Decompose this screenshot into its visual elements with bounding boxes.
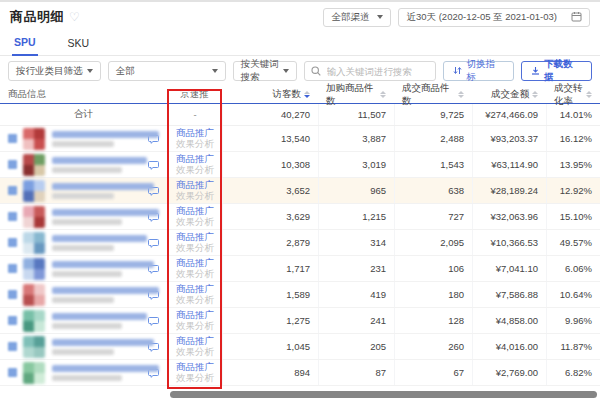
product-subtitle-blurred: [52, 245, 114, 251]
promo-link[interactable]: 商品推广: [176, 180, 214, 190]
date-range-value: 近30天 (2020-12-05 至 2021-01-03): [406, 11, 557, 24]
table-row: 商品推广 效果分析 1,589 419 180 ¥7,586.88 10.64%: [0, 282, 600, 308]
row-checkbox[interactable]: [8, 342, 17, 351]
promo-link[interactable]: 商品推广: [176, 284, 214, 294]
tab-spu[interactable]: SPU: [12, 32, 38, 56]
rate-cell: 12.92%: [546, 178, 600, 203]
product-subtitle-blurred: [52, 375, 122, 381]
analysis-link[interactable]: 效果分析: [176, 217, 214, 227]
analysis-link[interactable]: 效果分析: [176, 139, 214, 149]
add-cart-cell: 965: [318, 178, 394, 203]
promo-link[interactable]: 商品推广: [176, 258, 214, 268]
deal-items-cell: 2,488: [394, 126, 472, 151]
visitors-cell: 3,629: [222, 204, 318, 229]
chevron-down-icon: [377, 15, 383, 19]
product-info-cell: [0, 126, 167, 151]
product-thumbnail: [23, 336, 45, 358]
rate-cell: 16.12%: [546, 126, 600, 151]
promo-link[interactable]: 商品推广: [176, 128, 214, 138]
analysis-link[interactable]: 效果分析: [176, 165, 214, 175]
column-header-visitors[interactable]: 访客数: [222, 88, 318, 101]
row-checkbox[interactable]: [8, 160, 17, 169]
row-checkbox[interactable]: [8, 134, 17, 143]
amount-cell: ¥10,366.53: [472, 230, 546, 255]
product-title-blurred: [52, 365, 159, 372]
deal-items-cell: 180: [394, 282, 472, 307]
add-cart-cell: 241: [318, 308, 394, 333]
promo-link[interactable]: 商品推广: [176, 336, 214, 346]
visitors-cell: 1,717: [222, 256, 318, 281]
analysis-link[interactable]: 效果分析: [176, 243, 214, 253]
summary-jst: -: [167, 104, 222, 125]
row-checkbox[interactable]: [8, 290, 17, 299]
column-header-jst: 京速推: [167, 88, 222, 101]
all-filter-select[interactable]: 全部: [108, 61, 226, 81]
amount-cell: ¥32,063.96: [472, 204, 546, 229]
rate-cell: 6.06%: [546, 256, 600, 281]
summary-label: 合计: [0, 104, 167, 125]
keyword-search-box: [304, 61, 437, 81]
row-checkbox[interactable]: [8, 186, 17, 195]
product-title-blurred: [52, 287, 159, 294]
rate-cell: 15.10%: [546, 204, 600, 229]
jst-cell: 商品推广 效果分析: [167, 230, 222, 255]
product-text-blurred: [52, 313, 144, 329]
analysis-link[interactable]: 效果分析: [176, 347, 214, 357]
horizontal-scrollbar[interactable]: [170, 391, 597, 398]
deal-items-cell: 727: [394, 204, 472, 229]
rate-cell: 9.96%: [546, 308, 600, 333]
table-row: 商品推广 效果分析 3,629 1,215 727 ¥32,063.96 15.…: [0, 204, 600, 230]
keyword-type-select[interactable]: 按关键词搜索: [233, 61, 297, 81]
analysis-link[interactable]: 效果分析: [176, 269, 214, 279]
add-cart-cell: 3,019: [318, 152, 394, 177]
search-input[interactable]: [325, 65, 430, 78]
visitors-cell: 894: [222, 360, 318, 385]
analysis-link[interactable]: 效果分析: [176, 191, 214, 201]
row-checkbox[interactable]: [8, 212, 17, 221]
favorite-heart-icon[interactable]: ♡: [69, 11, 80, 23]
channel-select[interactable]: 全部渠道: [323, 8, 391, 27]
product-thumbnail: [23, 128, 45, 150]
download-data-button[interactable]: 下载数据: [521, 61, 592, 81]
summary-row: 合计 - 40,270 11,507 9,725 ¥274,466.09 14.…: [0, 104, 600, 126]
sort-icon: [380, 91, 386, 98]
visitors-cell: 1,275: [222, 308, 318, 333]
promo-link[interactable]: 商品推广: [176, 206, 214, 216]
promo-link[interactable]: 商品推广: [176, 232, 214, 242]
product-chat-icon[interactable]: [148, 316, 159, 326]
jst-cell: 商品推广 效果分析: [167, 334, 222, 359]
row-checkbox[interactable]: [8, 316, 17, 325]
date-range-picker[interactable]: 近30天 (2020-12-05 至 2021-01-03): [398, 8, 590, 27]
amount-cell: ¥93,203.37: [472, 126, 546, 151]
switch-metrics-button[interactable]: 切换指标: [443, 61, 514, 81]
product-text-blurred: [52, 339, 144, 355]
promo-link[interactable]: 商品推广: [176, 310, 214, 320]
promo-link[interactable]: 商品推广: [176, 362, 214, 372]
row-checkbox[interactable]: [8, 238, 17, 247]
product-title-blurred: [52, 235, 147, 242]
add-cart-cell: 314: [318, 230, 394, 255]
add-cart-cell: 419: [318, 282, 394, 307]
analysis-link[interactable]: 效果分析: [176, 295, 214, 305]
tab-sku[interactable]: SKU: [66, 33, 92, 55]
row-checkbox[interactable]: [8, 264, 17, 273]
category-filter-select[interactable]: 按行业类目筛选: [8, 61, 101, 81]
product-chat-icon[interactable]: [148, 238, 159, 248]
jst-cell: 商品推广 效果分析: [167, 360, 222, 385]
promo-link[interactable]: 商品推广: [176, 154, 214, 164]
product-title-blurred: [52, 209, 159, 216]
chevron-down-icon: [212, 69, 218, 73]
row-checkbox[interactable]: [8, 368, 17, 377]
add-cart-cell: 205: [318, 334, 394, 359]
amount-cell: ¥4,016.00: [472, 334, 546, 359]
summary-amount: ¥274,466.09: [472, 104, 546, 125]
product-chat-icon[interactable]: [148, 160, 159, 170]
deal-items-cell: 106: [394, 256, 472, 281]
analysis-link[interactable]: 效果分析: [176, 373, 214, 383]
analysis-link[interactable]: 效果分析: [176, 321, 214, 331]
column-header-deal-amount[interactable]: 成交金额: [472, 88, 546, 101]
product-subtitle-blurred: [52, 271, 122, 277]
add-cart-cell: 87: [318, 360, 394, 385]
product-info-cell: [0, 360, 167, 385]
visitors-cell: 10,308: [222, 152, 318, 177]
